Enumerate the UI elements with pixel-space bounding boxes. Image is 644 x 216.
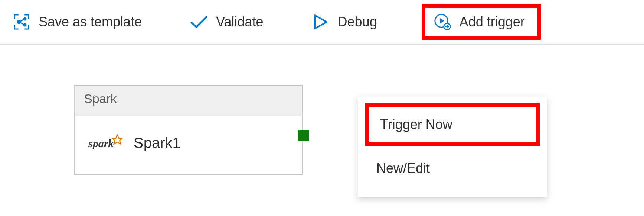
new-edit-trigger-menu-item[interactable]: New/Edit xyxy=(365,151,540,186)
add-trigger-dropdown: Trigger Now New/Edit xyxy=(358,97,547,197)
play-icon xyxy=(312,13,330,31)
activity-node-name: Spark1 xyxy=(134,135,181,151)
svg-text:spark: spark xyxy=(88,137,114,149)
svg-line-3 xyxy=(20,19,24,22)
pipeline-toolbar: Save as template Validate Debug xyxy=(0,0,644,45)
activity-node-type: Spark xyxy=(75,86,302,116)
add-trigger-highlight: Add trigger xyxy=(422,4,541,40)
validate-button[interactable]: Validate xyxy=(186,11,267,33)
trigger-now-menu-item[interactable]: Trigger Now xyxy=(365,103,540,146)
save-template-icon xyxy=(13,13,30,31)
trigger-now-label: Trigger Now xyxy=(380,117,452,132)
svg-marker-7 xyxy=(440,18,444,23)
validate-label: Validate xyxy=(216,14,263,30)
activity-node-spark[interactable]: Spark spark Spark1 xyxy=(74,85,303,175)
activity-output-port[interactable] xyxy=(298,130,309,141)
debug-button[interactable]: Debug xyxy=(308,11,381,33)
checkmark-icon xyxy=(190,13,208,31)
save-as-template-label: Save as template xyxy=(39,14,142,30)
add-trigger-button[interactable]: Add trigger xyxy=(434,13,525,31)
add-trigger-label: Add trigger xyxy=(460,14,525,30)
activity-node-body: spark Spark1 xyxy=(75,116,302,174)
save-as-template-button[interactable]: Save as template xyxy=(9,11,146,33)
new-edit-label: New/Edit xyxy=(376,161,430,176)
svg-marker-5 xyxy=(315,15,327,29)
clock-add-icon xyxy=(434,13,451,31)
svg-line-4 xyxy=(20,22,24,25)
spark-logo-icon: spark xyxy=(88,132,122,153)
pipeline-canvas[interactable]: Spark spark Spark1 Trigger Now New/Edit xyxy=(0,45,644,216)
debug-label: Debug xyxy=(338,14,377,30)
